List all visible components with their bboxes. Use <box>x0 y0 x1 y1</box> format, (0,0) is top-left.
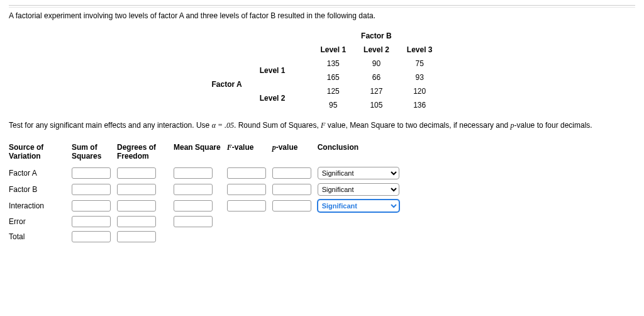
f-factor-a[interactable] <box>227 167 266 179</box>
b-level-3: Level 3 <box>398 43 441 57</box>
factor-a-header: Factor A <box>203 71 250 98</box>
b-level-1: Level 1 <box>311 43 355 57</box>
p-factor-a[interactable] <box>272 167 311 179</box>
instr-post2: value, Mean Square to two decimals, if n… <box>325 121 510 130</box>
anova-table: Source ofVariation Sum ofSquares Degrees… <box>9 139 406 246</box>
f-factor-b[interactable] <box>227 184 266 195</box>
intro-text: A factorial experiment involving two lev… <box>9 11 635 20</box>
cell-a1-b1-r1: 135 <box>311 57 355 71</box>
col-f: F-value <box>227 143 272 163</box>
ms-interaction[interactable] <box>174 200 213 212</box>
cell-a1-b2-r2: 66 <box>355 71 398 84</box>
ss-error[interactable] <box>72 216 111 227</box>
ss-factor-a[interactable] <box>72 167 111 179</box>
ms-factor-b[interactable] <box>174 184 213 195</box>
p-factor-b[interactable] <box>272 184 311 195</box>
cell-a2-b1-r1: 125 <box>311 84 355 98</box>
label-factor-b: Factor B <box>9 183 72 196</box>
cell-a2-b3-r2: 136 <box>398 98 441 112</box>
cell-a1-b2-r1: 90 <box>355 57 398 71</box>
df-error[interactable] <box>117 216 156 227</box>
row-error: Error <box>9 216 406 227</box>
row-total: Total <box>9 231 406 242</box>
df-total[interactable] <box>117 231 156 242</box>
row-interaction: Interaction Significant <box>9 200 406 212</box>
f-interaction[interactable] <box>227 200 266 212</box>
cell-a2-b3-r1: 120 <box>398 84 441 98</box>
concl-factor-a[interactable]: Significant <box>318 167 399 179</box>
instr-post3: -value to four decimals. <box>514 121 592 130</box>
ms-error[interactable] <box>174 216 213 227</box>
col-p: p-value <box>272 143 318 163</box>
col-source: Source ofVariation <box>9 143 72 163</box>
factor-b-header: Factor B <box>311 29 441 43</box>
col-concl: Conclusion <box>318 143 406 163</box>
df-factor-b[interactable] <box>117 184 156 195</box>
cell-a2-b1-r2: 95 <box>311 98 355 112</box>
p-interaction[interactable] <box>272 200 311 212</box>
b-level-2: Level 2 <box>355 43 398 57</box>
cell-a2-b2-r2: 105 <box>355 98 398 112</box>
cell-a1-b3-r1: 75 <box>398 57 441 71</box>
ss-interaction[interactable] <box>72 200 111 212</box>
instruction-text: Test for any significant main effects an… <box>9 121 635 130</box>
data-table: Factor B Level 1 Level 2 Level 3 Level 1… <box>203 29 441 112</box>
a-level-2: Level 2 <box>251 84 294 112</box>
row-factor-a: Factor A Significant <box>9 167 406 179</box>
label-total: Total <box>9 231 72 242</box>
col-ss: Sum ofSquares <box>72 143 117 163</box>
df-interaction[interactable] <box>117 200 156 212</box>
concl-factor-b[interactable]: Significant <box>318 183 399 196</box>
col-df: Degrees ofFreedom <box>117 143 174 163</box>
label-factor-a: Factor A <box>9 167 72 179</box>
label-interaction: Interaction <box>9 200 72 212</box>
cell-a1-b3-r2: 93 <box>398 71 441 84</box>
label-error: Error <box>9 216 72 227</box>
concl-interaction[interactable]: Significant <box>318 200 399 212</box>
col-ms: Mean Square <box>174 143 227 163</box>
ss-total[interactable] <box>72 231 111 242</box>
row-factor-b: Factor B Significant <box>9 183 406 196</box>
ss-factor-b[interactable] <box>72 184 111 195</box>
df-factor-a[interactable] <box>117 167 156 179</box>
instr-pre: Test for any significant main effects an… <box>9 121 212 130</box>
cell-a1-b1-r2: 165 <box>311 71 355 84</box>
ms-factor-a[interactable] <box>174 167 213 179</box>
instr-post1: . Round Sum of Squares, <box>234 121 321 130</box>
alpha-expr: α = .05 <box>212 121 234 130</box>
divider <box>9 5 635 8</box>
a-level-1: Level 1 <box>251 57 294 84</box>
cell-a2-b2-r1: 127 <box>355 84 398 98</box>
